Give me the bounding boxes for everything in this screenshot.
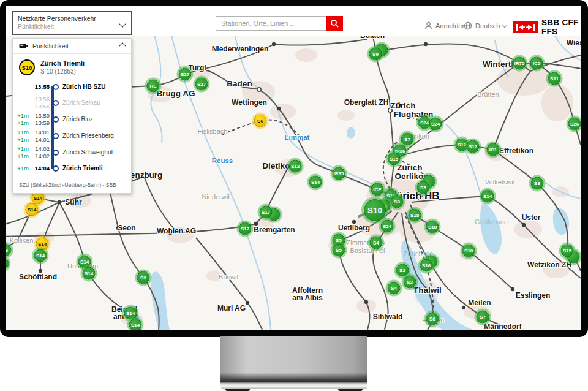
map-label: Muri AG xyxy=(217,304,246,313)
line-badge-ir35[interactable]: IR35 xyxy=(333,167,345,180)
line-badge-s24[interactable]: S24 xyxy=(429,118,442,131)
line-badge-s18[interactable]: S18 xyxy=(426,221,439,233)
line-badge-s11[interactable]: S11 xyxy=(548,72,561,85)
line-badge-s12[interactable]: S12 xyxy=(467,140,480,153)
map-label: Männedorf xyxy=(484,322,521,330)
footer-separator: - xyxy=(101,182,106,188)
line-badge-s14[interactable]: S14 xyxy=(26,203,39,216)
line-badge-s15[interactable]: S15 xyxy=(561,245,574,257)
line-badge-ic1[interactable]: IC1 xyxy=(487,143,500,156)
airplane-icon: ✈ xyxy=(396,100,404,111)
line-badge-s18[interactable]: S18 xyxy=(409,209,421,222)
line-badge-s7[interactable]: S7 xyxy=(401,133,414,146)
line-badge-s17[interactable]: S17 xyxy=(260,206,273,219)
sbb-logo[interactable]: SBB CFF FFS xyxy=(513,18,581,36)
map-label: Brütten xyxy=(477,91,499,98)
language-selector[interactable]: Deutsch xyxy=(464,21,507,30)
monitor-frame: NiederweningenBülachTurgiBadenBrugg AGWe… xyxy=(0,0,588,337)
line-badge-s9[interactable]: S9 xyxy=(137,271,150,284)
station-dot xyxy=(277,107,281,110)
stop-node xyxy=(53,84,59,90)
line-badge-s4[interactable]: S4 xyxy=(370,237,383,249)
sbb-logo-text: SBB CFF FFS xyxy=(541,18,581,36)
line-badge-s9[interactable]: S9 xyxy=(391,196,404,208)
stop-row: +1m14:04Zürich Triemli xyxy=(13,161,131,176)
stop-node xyxy=(53,133,59,139)
station-dot xyxy=(522,223,526,227)
map-label: Niederweningen xyxy=(212,45,269,53)
layer-select-dropdown[interactable]: Netzkarte Personenverkehr Pünktlichkeit xyxy=(12,11,132,35)
line-badge-s3[interactable]: S3 xyxy=(531,177,544,190)
stop-name: Zürich HB SZU xyxy=(60,83,131,90)
line-badge-ir75[interactable]: IR75 xyxy=(513,57,526,70)
line-badge-ice[interactable]: ICE xyxy=(371,183,384,196)
line-badge-s14[interactable]: S14 xyxy=(78,256,91,268)
line-badge-s16[interactable]: S16 xyxy=(420,259,433,272)
sbb-link[interactable]: SBB xyxy=(106,182,116,188)
szu-link[interactable]: SZU (Sihltal-Zürich-Uetliberg-Bahn) xyxy=(19,182,101,188)
train-icon xyxy=(19,43,28,49)
line-badge-s7[interactable]: S7 xyxy=(477,311,489,324)
line-badge-s14[interactable]: S14 xyxy=(34,249,47,262)
line-badge-s15[interactable]: S15 xyxy=(388,153,401,165)
stop-node xyxy=(53,100,59,106)
line-badge-s18[interactable]: S18 xyxy=(462,245,475,257)
stop-row: +1m+1m13:5913:59Zürich Binz xyxy=(13,111,131,127)
line-badge-s14[interactable]: S14 xyxy=(309,176,322,189)
panel-footer: SZU (Sihltal-Zürich-Uetliberg-Bahn) - SB… xyxy=(13,176,131,188)
map-label: Seon xyxy=(118,224,135,232)
line-badge-s26[interactable]: S26 xyxy=(568,118,581,131)
user-icon xyxy=(424,21,432,30)
line-badge-s12[interactable]: S12 xyxy=(289,160,302,173)
line-badge-s10: S10 xyxy=(19,59,35,75)
punctuality-panel: Pünktlichkeit S10 Zürich Triemli S 10 (1… xyxy=(12,38,132,194)
monitor-stand-neck xyxy=(221,336,368,379)
line-badge-ic5[interactable]: IC5 xyxy=(530,57,543,70)
screen: NiederweningenBülachTurgiBadenBrugg AGWe… xyxy=(6,6,581,330)
line-badge-s2[interactable]: S2 xyxy=(396,264,409,277)
map-label: Zürich xyxy=(397,163,422,172)
search-button[interactable] xyxy=(326,16,343,31)
map-label: Schöftland xyxy=(19,273,57,281)
line-badge-s4[interactable]: S4 xyxy=(388,282,401,295)
stop-row: 13:55Zürich HB SZU xyxy=(13,79,131,94)
stop-row: +1m+1m14:0214:02Zürich Schweighof xyxy=(13,144,131,161)
language-label: Deutsch xyxy=(475,22,500,29)
stops-list: 13:55Zürich HB SZU13:5613:56Zürich Selna… xyxy=(13,79,131,176)
line-badge-s14[interactable]: S14 xyxy=(36,238,49,251)
line-badge-s5[interactable]: S5 xyxy=(333,244,345,257)
station-dot xyxy=(58,200,61,204)
line-badge-s2[interactable]: S2 xyxy=(404,276,417,289)
signin-button[interactable]: Anmelden xyxy=(424,21,466,30)
desktop: { "header": { "dropdown": { "title": "Ne… xyxy=(0,0,588,391)
stop-node xyxy=(53,116,59,123)
line-badge-s24[interactable]: S24 xyxy=(381,220,394,233)
map-label: Esslingen xyxy=(516,291,551,300)
line-badge-s10[interactable]: S10 xyxy=(364,199,386,221)
station-dot xyxy=(511,287,514,291)
map-label: Turgi xyxy=(188,64,206,72)
collapse-chevron-up-icon[interactable] xyxy=(119,42,126,49)
map-label: Uster xyxy=(522,213,541,222)
line-badge-s5[interactable]: S5 xyxy=(417,181,430,194)
line-badge-s14[interactable]: S14 xyxy=(481,190,494,203)
line-badge-s27[interactable]: S27 xyxy=(195,78,208,91)
line-badge-s14[interactable]: S14 xyxy=(83,267,96,280)
line-badge-s17[interactable]: S17 xyxy=(239,222,252,235)
search-input[interactable] xyxy=(216,16,326,31)
station-dot xyxy=(272,42,276,46)
search-icon xyxy=(330,19,339,28)
journey-line-info: S 10 (12853) xyxy=(40,67,85,75)
monitor-stand-base xyxy=(221,379,368,389)
line-badge-s9[interactable]: S9 xyxy=(369,48,382,61)
map-label: Reuss xyxy=(212,157,233,164)
line-badge-s8[interactable]: S8 xyxy=(426,313,439,325)
map-label: Wohlen AG xyxy=(157,227,196,235)
line-badge-s14[interactable]: S14 xyxy=(129,319,142,330)
stop-name: Zürich Schweighof xyxy=(60,149,131,156)
line-badge-s6[interactable]: S6 xyxy=(254,115,267,127)
line-badge-s14[interactable]: S14 xyxy=(124,307,137,320)
line-badge-s27[interactable]: S27 xyxy=(179,68,192,81)
line-badge-re[interactable]: RE xyxy=(147,80,160,93)
map-label: Bremgarten xyxy=(254,226,295,234)
